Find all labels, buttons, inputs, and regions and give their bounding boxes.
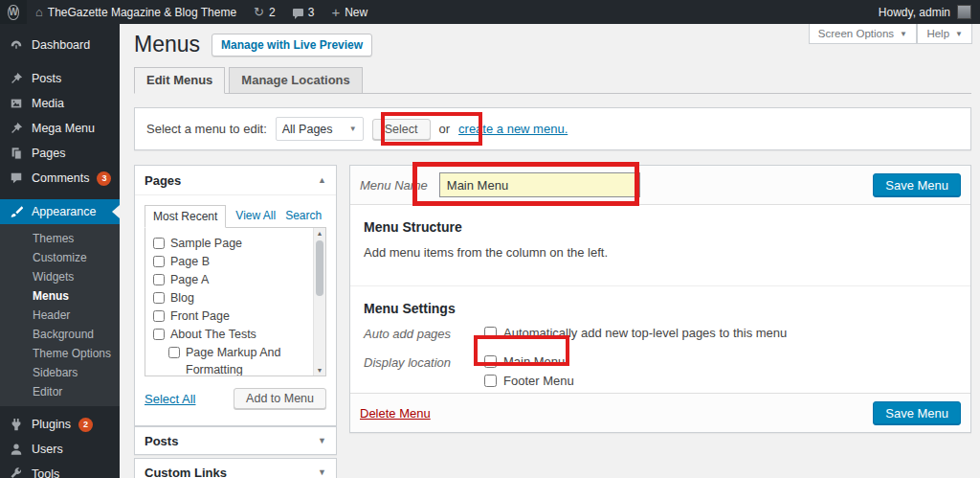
- tab-manage-locations[interactable]: Manage Locations: [229, 67, 362, 94]
- page-checkbox-item[interactable]: Front Page: [153, 307, 310, 325]
- menu-structure-heading: Menu Structure: [364, 219, 957, 235]
- menu-settings-heading: Menu Settings: [364, 301, 957, 316]
- help-button[interactable]: Help ▼: [917, 24, 972, 44]
- submenu-item-themes[interactable]: Themes: [0, 229, 120, 248]
- menu-name-label: Menu Name: [360, 178, 428, 193]
- posts-panel-header[interactable]: Posts ▼: [135, 427, 336, 454]
- tab-edit-menus[interactable]: Edit Menus: [134, 67, 225, 94]
- updates-link[interactable]: ↻ 2: [245, 0, 284, 24]
- wordpress-logo-icon: W: [8, 5, 18, 20]
- or-text: or: [439, 122, 451, 136]
- pages-panel-header[interactable]: Pages ▲: [135, 166, 336, 195]
- add-to-menu-button[interactable]: Add to Menu: [234, 388, 326, 409]
- site-name-link[interactable]: ⌂ TheGazette Magazine & Blog Theme: [27, 0, 245, 24]
- select-menu-label: Select a menu to edit:: [146, 122, 267, 136]
- custom-links-panel: Custom Links ▼: [134, 458, 337, 478]
- collapse-arrow-icon[interactable]: ▲: [318, 175, 326, 185]
- display-location-label: Display location: [364, 354, 484, 370]
- auto-add-pages-option[interactable]: Automatically add new top-level pages to…: [484, 326, 787, 340]
- expand-arrow-icon[interactable]: ▼: [318, 467, 326, 477]
- submenu-item-widgets[interactable]: Widgets: [0, 267, 120, 286]
- sidebar-item-dashboard[interactable]: Dashboard: [0, 33, 120, 57]
- new-content-link[interactable]: + New: [323, 0, 376, 24]
- custom-links-panel-header[interactable]: Custom Links ▼: [135, 459, 336, 478]
- page-checkbox[interactable]: [153, 238, 165, 249]
- menu-name-bar: Menu Name Save Menu: [350, 166, 970, 205]
- media-icon: [10, 97, 24, 111]
- submenu-item-editor[interactable]: Editor: [0, 382, 120, 401]
- delete-menu-link[interactable]: Delete Menu: [360, 406, 431, 421]
- nav-tabs: Edit Menus Manage Locations: [134, 68, 971, 94]
- pages-icon: [10, 147, 24, 161]
- submenu-item-header[interactable]: Header: [0, 306, 120, 325]
- page-checkbox[interactable]: [153, 329, 165, 340]
- site-name: TheGazette Magazine & Blog Theme: [48, 6, 236, 19]
- sidebar-item-tools[interactable]: Tools: [0, 462, 120, 478]
- location-footer-menu-option[interactable]: Footer Menu: [484, 374, 574, 388]
- admin-bar: W ⌂ TheGazette Magazine & Blog Theme ↻ 2…: [0, 0, 980, 24]
- page-checkbox[interactable]: [153, 274, 165, 285]
- admin-sidebar: Dashboard Posts Media Mega Menu Pages Co…: [0, 24, 120, 478]
- scrollbar-thumb[interactable]: [316, 240, 323, 296]
- account-menu[interactable]: Howdy, admin: [870, 0, 980, 24]
- location-main-menu-option[interactable]: Main Menu: [484, 354, 574, 369]
- dashboard-icon: [10, 38, 24, 53]
- updates-icon: ↻: [254, 6, 264, 18]
- comments-link[interactable]: 3: [284, 0, 323, 24]
- sidebar-item-comments[interactable]: Comments 3: [0, 166, 120, 191]
- page-checkbox-item[interactable]: About The Tests: [153, 326, 310, 343]
- menu-select-dropdown[interactable]: All Pages ▼: [276, 117, 364, 141]
- page-checkbox-item[interactable]: Blog: [153, 289, 310, 307]
- page-checkbox-item[interactable]: Page B: [153, 253, 310, 270]
- submenu-item-background[interactable]: Background: [0, 325, 120, 344]
- save-menu-button-top[interactable]: Save Menu: [873, 173, 961, 197]
- select-menu-button[interactable]: Select: [372, 119, 431, 140]
- page-checkbox[interactable]: [153, 292, 165, 304]
- page-checkbox[interactable]: [168, 347, 180, 358]
- menu-editor-panel: Menu Name Save Menu Menu Structure Add m…: [349, 165, 971, 433]
- updates-count: 2: [269, 6, 276, 19]
- page-checkbox-item-child[interactable]: Page Markup And Formatting: [153, 344, 310, 376]
- scroll-up-arrow-icon[interactable]: ▲: [314, 230, 325, 237]
- manage-live-preview-button[interactable]: Manage with Live Preview: [212, 34, 372, 57]
- create-new-menu-link[interactable]: create a new menu.: [458, 122, 568, 136]
- select-all-link[interactable]: Select All: [145, 392, 195, 406]
- tab-view-all[interactable]: View All: [235, 209, 276, 227]
- submenu-item-sidebars[interactable]: Sidebars: [0, 363, 120, 382]
- comments-badge: 3: [97, 171, 111, 186]
- sidebar-item-posts[interactable]: Posts: [0, 66, 120, 91]
- page-checkbox[interactable]: [153, 310, 165, 322]
- sidebar-item-pages[interactable]: Pages: [0, 141, 120, 166]
- chevron-down-icon: ▼: [955, 30, 963, 38]
- page-checkbox-item[interactable]: Page A: [153, 271, 310, 288]
- save-menu-button-bottom[interactable]: Save Menu: [873, 401, 961, 425]
- submenu-item-customize[interactable]: Customize: [0, 248, 120, 267]
- home-icon: ⌂: [35, 6, 43, 18]
- tab-search[interactable]: Search: [285, 209, 322, 227]
- page-checkbox[interactable]: [153, 256, 165, 267]
- auto-add-pages-label: Auto add pages: [364, 326, 484, 341]
- submenu-item-theme-options[interactable]: Theme Options: [0, 344, 120, 363]
- checklist-scrollbar[interactable]: ▲ ▼: [313, 228, 325, 376]
- footer-menu-location-checkbox[interactable]: [484, 375, 497, 387]
- main-content: Screen Options ▼ Help ▼ Menus Manage wit…: [120, 24, 980, 478]
- sidebar-item-users[interactable]: Users: [0, 437, 120, 462]
- sidebar-item-plugins[interactable]: Plugins 2: [0, 412, 120, 437]
- main-menu-location-checkbox[interactable]: [484, 355, 497, 368]
- menu-name-input[interactable]: [439, 172, 640, 197]
- auto-add-pages-checkbox[interactable]: [484, 327, 497, 339]
- expand-arrow-icon[interactable]: ▼: [318, 436, 326, 445]
- menu-select-bar: Select a menu to edit: All Pages ▼ Selec…: [134, 107, 971, 150]
- sidebar-item-appearance[interactable]: Appearance: [0, 199, 120, 224]
- tab-most-recent[interactable]: Most Recent: [145, 205, 226, 228]
- page-checkbox-item[interactable]: Sample Page: [153, 235, 310, 252]
- sidebar-item-mega-menu[interactable]: Mega Menu: [0, 116, 120, 141]
- sidebar-item-media[interactable]: Media: [0, 91, 120, 116]
- page-title: Menus: [134, 32, 200, 57]
- comment-bubble-icon: [293, 9, 303, 16]
- screen-options-button[interactable]: Screen Options ▼: [809, 24, 917, 44]
- wordpress-logo-menu[interactable]: W: [0, 0, 27, 24]
- plugin-icon: [10, 418, 24, 432]
- scroll-down-arrow-icon[interactable]: ▼: [314, 367, 325, 374]
- submenu-item-menus[interactable]: Menus: [0, 286, 120, 306]
